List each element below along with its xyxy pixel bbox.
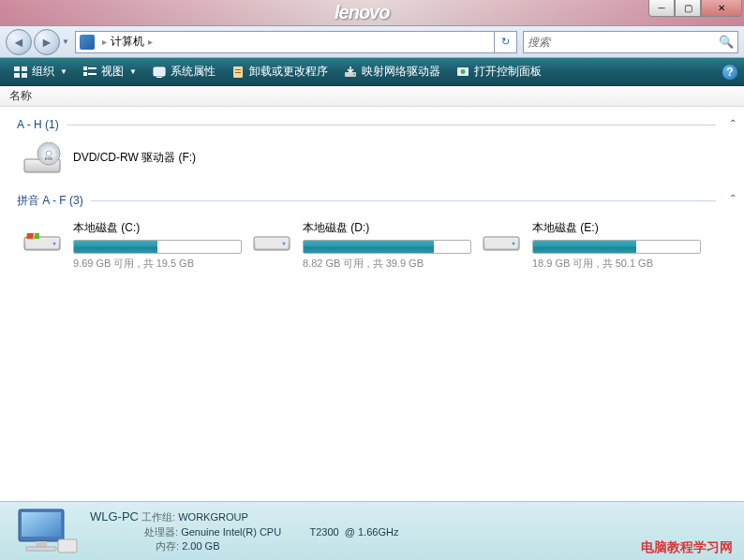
local-disk-c[interactable]: 本地磁盘 (C:) 9.69 GB 可用 , 共 19.5 GB <box>17 216 246 274</box>
map-drive-label: 映射网络驱动器 <box>362 64 440 80</box>
group-title: 拼音 A - F (3) <box>17 193 83 209</box>
svg-rect-6 <box>83 72 87 76</box>
computer-large-icon <box>9 506 79 556</box>
svg-text:DVD: DVD <box>45 156 53 161</box>
dvd-drive-item[interactable]: DVD DVD/CD-RW 驱动器 (F:) <box>17 139 200 180</box>
organize-icon <box>13 65 28 80</box>
organize-label: 组织 <box>32 64 54 80</box>
system-properties-button[interactable]: 系统属性 <box>144 61 223 82</box>
workgroup-label: 工作组: <box>141 511 175 523</box>
control-panel-label: 打开控制面板 <box>474 64 542 80</box>
column-header[interactable]: 名称 <box>0 86 744 107</box>
drive-usage-bar <box>303 240 471 254</box>
dvd-drive-icon: DVD <box>21 142 64 176</box>
group-title: A - H (1) <box>17 118 59 131</box>
local-disk-e[interactable]: 本地磁盘 (E:) 18.9 GB 可用 , 共 50.1 GB <box>476 216 706 274</box>
titlebar: lenovo ─ ▢ ✕ <box>0 0 744 26</box>
nav-history-buttons: ◄ ► ▼ <box>6 29 71 55</box>
view-button[interactable]: 视图 ▼ <box>75 61 144 82</box>
mem-value: 2.00 GB <box>182 540 219 552</box>
svg-rect-34 <box>36 541 47 547</box>
cpu-value: Genuine Intel(R) CPU T2300 @ 1.66GHz <box>181 526 398 538</box>
breadcrumb-arrow-icon: ▸ <box>102 37 107 47</box>
drive-row: 本地磁盘 (C:) 9.69 GB 可用 , 共 19.5 GB 本地磁盘 (D… <box>9 213 716 282</box>
view-label: 视图 <box>101 64 124 80</box>
navigation-bar: ◄ ► ▼ ▸ 计算机 ▸ ↻ 🔍 <box>0 26 744 58</box>
drive-stats: 9.69 GB 可用 , 共 19.5 GB <box>73 257 243 271</box>
drive-name: 本地磁盘 (E:) <box>532 220 702 236</box>
uninstall-label: 卸载或更改程序 <box>249 64 328 80</box>
collapse-icon[interactable]: ⌃ <box>729 193 737 203</box>
details-pane: WLG-PC 工作组: WORKGROUP 处理器: Genuine Intel… <box>0 501 744 560</box>
svg-point-28 <box>283 243 286 245</box>
drive-name: 本地磁盘 (D:) <box>303 220 472 236</box>
svg-rect-4 <box>83 66 87 70</box>
uninstall-button[interactable]: 卸载或更改程序 <box>223 61 335 82</box>
mem-label: 内存: <box>156 540 179 552</box>
column-name: 名称 <box>9 88 32 104</box>
group-header-ah[interactable]: A - H (1) ⌃ <box>9 112 716 135</box>
svg-rect-1 <box>22 66 27 71</box>
properties-label: 系统属性 <box>171 64 216 80</box>
computer-name: WLG-PC <box>90 509 139 523</box>
map-drive-icon <box>343 65 358 80</box>
svg-rect-5 <box>88 67 97 69</box>
svg-point-17 <box>460 69 465 74</box>
workgroup-value: WORKGROUP <box>178 511 248 523</box>
drive-name: DVD/CD-RW 驱动器 (F:) <box>73 150 196 166</box>
system-drive-icon <box>21 220 64 254</box>
watermark: 电脑教程学习网 <box>641 539 733 556</box>
drive-usage-bar <box>73 240 242 254</box>
group-header-pinyin[interactable]: 拼音 A - F (3) ⌃ <box>9 187 716 213</box>
svg-rect-10 <box>156 77 162 78</box>
svg-rect-12 <box>235 69 241 70</box>
organize-button[interactable]: 组织 ▼ <box>6 61 75 82</box>
svg-rect-8 <box>154 67 165 76</box>
computer-icon <box>80 35 95 50</box>
svg-rect-35 <box>26 547 56 551</box>
breadcrumb-item[interactable]: 计算机 <box>111 34 144 50</box>
dropdown-arrow-icon: ▼ <box>60 67 67 76</box>
minimize-button[interactable]: ─ <box>648 0 675 17</box>
control-panel-button[interactable]: 打开控制面板 <box>448 61 549 82</box>
search-box[interactable]: 🔍 <box>523 31 738 53</box>
svg-point-15 <box>353 73 355 75</box>
properties-icon <box>152 65 167 80</box>
refresh-button[interactable]: ↻ <box>495 31 517 53</box>
cpu-label: 处理器: <box>144 526 178 538</box>
hdd-icon <box>480 220 523 254</box>
svg-rect-13 <box>235 72 241 73</box>
toolbar: 组织 ▼ 视图 ▼ 系统属性 卸载或更改程序 映射网络驱动器 打开控制面板 ? <box>0 58 744 86</box>
svg-point-31 <box>513 243 515 245</box>
drive-usage-bar <box>532 240 701 254</box>
control-panel-icon <box>455 65 470 80</box>
lenovo-logo: lenovo <box>335 2 389 23</box>
close-button[interactable]: ✕ <box>701 0 742 17</box>
svg-rect-33 <box>22 512 61 537</box>
svg-rect-36 <box>58 539 77 553</box>
collapse-icon[interactable]: ⌃ <box>729 118 737 128</box>
svg-point-25 <box>53 243 56 245</box>
drive-row: DVD DVD/CD-RW 驱动器 (F:) <box>9 135 716 187</box>
forward-button[interactable]: ► <box>34 29 60 55</box>
uninstall-icon <box>231 65 246 80</box>
back-button[interactable]: ◄ <box>6 29 32 55</box>
local-disk-d[interactable]: 本地磁盘 (D:) 8.82 GB 可用 , 共 39.9 GB <box>246 216 476 274</box>
drive-name: 本地磁盘 (C:) <box>73 220 243 236</box>
search-icon[interactable]: 🔍 <box>719 35 734 49</box>
svg-rect-0 <box>14 66 20 71</box>
search-input[interactable] <box>528 36 719 49</box>
help-button[interactable]: ? <box>722 64 738 81</box>
maximize-button[interactable]: ▢ <box>675 0 701 17</box>
breadcrumb-arrow-icon: ▸ <box>148 37 153 47</box>
hdd-icon <box>250 220 293 254</box>
history-dropdown[interactable]: ▼ <box>60 33 71 52</box>
window-controls: ─ ▢ ✕ <box>648 0 742 17</box>
drive-stats: 8.82 GB 可用 , 共 39.9 GB <box>303 257 472 271</box>
drive-stats: 18.9 GB 可用 , 共 50.1 GB <box>532 257 702 271</box>
view-icon <box>82 65 97 80</box>
dropdown-arrow-icon: ▼ <box>129 67 137 76</box>
address-bar[interactable]: ▸ 计算机 ▸ <box>75 31 495 53</box>
map-drive-button[interactable]: 映射网络驱动器 <box>335 61 448 82</box>
details-text: WLG-PC 工作组: WORKGROUP 处理器: Genuine Intel… <box>90 508 735 554</box>
